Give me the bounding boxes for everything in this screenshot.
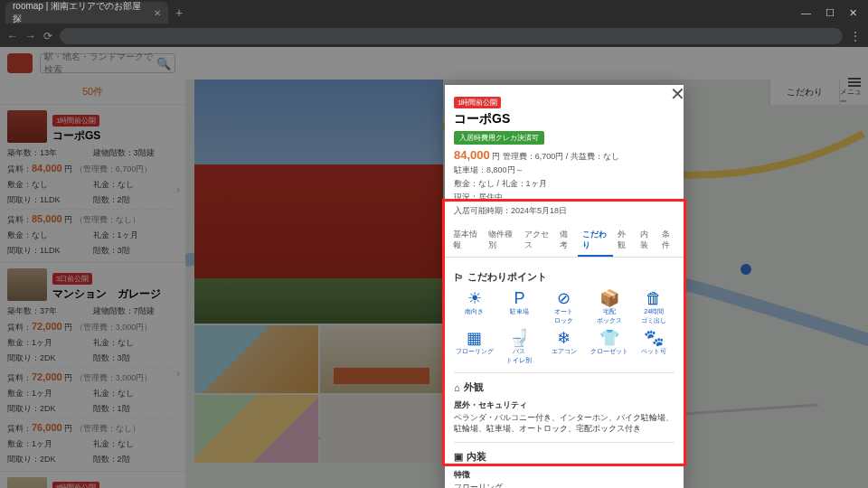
modal-tab[interactable]: 内装 [636, 226, 658, 257]
feature-icon: P駐車場 [499, 289, 541, 325]
feature-icon: 👕クローゼット [589, 329, 630, 365]
feature-icon: 🚽バス トイレ別 [499, 329, 541, 365]
feature-icon: ⊘オート ロック [543, 289, 585, 325]
browser-tab[interactable]: roomap | 湘南エリアでのお部屋探 ✕ [5, 2, 168, 23]
modal-tab[interactable]: 条件 [657, 226, 680, 257]
modal-tab[interactable]: こだわり [578, 226, 613, 257]
modal-tab[interactable]: 基本情報 [448, 226, 484, 257]
feature-icon: ❄エアコン [543, 329, 585, 365]
close-icon[interactable]: ✕ [154, 8, 161, 18]
modal-overlay[interactable] [0, 47, 868, 488]
forward-button[interactable]: → [25, 30, 36, 42]
modal-tab[interactable]: アクセス [520, 226, 555, 257]
time-badge: 1時間前公開 [454, 97, 501, 108]
section-interior: ▣ 内装 [454, 450, 675, 464]
section-exterior: ⌂ 外観 [454, 380, 675, 394]
tab-title: roomap | 湘南エリアでのお部屋探 [13, 0, 146, 25]
modal-tab[interactable]: 物件種別 [484, 226, 519, 257]
modal-tab[interactable]: 備考 [555, 226, 578, 257]
feature-icon: ▦フローリング [454, 329, 495, 365]
feature-icon: 🐾ペット可 [633, 329, 675, 365]
feature-icon: ☀南向き [454, 289, 495, 325]
new-tab-button[interactable]: + [175, 5, 183, 20]
window-close-button[interactable]: ✕ [849, 7, 857, 19]
browser-menu-icon[interactable]: ⋮ [850, 30, 861, 42]
modal-tab[interactable]: 外観 [613, 226, 636, 257]
back-button[interactable]: ← [7, 30, 18, 42]
minimize-button[interactable]: — [801, 7, 811, 19]
property-title: コーポGS [454, 111, 675, 127]
modal-close-button[interactable]: ✕ [670, 83, 685, 105]
feature-icon: 🗑24時間 ゴミ出し [633, 289, 675, 325]
modal-tabs: 基本情報物件種別アクセス備考こだわり外観内装条件 [445, 226, 684, 258]
section-kodawari: 🏳 こだわりポイント [454, 270, 675, 284]
reload-button[interactable]: ⟳ [43, 30, 52, 42]
maximize-button[interactable]: ☐ [826, 7, 835, 19]
feature-icon: 📦宅配 ボックス [589, 289, 630, 325]
detail-modal: ✕ 1時間前公開 コーポGS 入居時費用クレカ決済可 84,000 円 管理費：… [445, 85, 684, 488]
url-input[interactable] [60, 28, 843, 44]
payment-badge: 入居時費用クレカ決済可 [454, 131, 544, 145]
